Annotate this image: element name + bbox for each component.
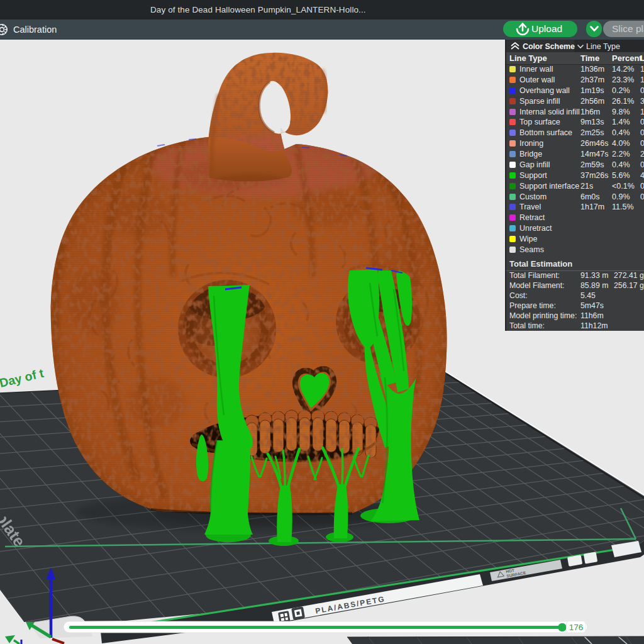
svg-text:176: 176 bbox=[569, 623, 584, 632]
